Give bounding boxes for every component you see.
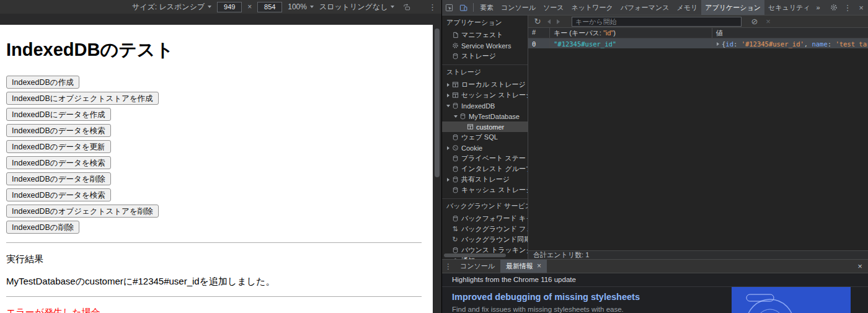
page-scrollbar[interactable] [433, 25, 440, 313]
drawer-tab-label: 最新情報 [506, 260, 533, 273]
expand-value-icon[interactable] [717, 42, 719, 46]
button-create-object-store[interactable]: IndexedDBにオブジェクトストアを作成 [6, 92, 159, 105]
key-header-keypath: "id" [603, 29, 613, 37]
tab-console[interactable]: コンソール [497, 0, 539, 15]
more-tabs-button[interactable]: » [814, 0, 823, 15]
sidebar-item-manifest[interactable]: マニフェスト [442, 30, 528, 40]
indexeddb-data-row[interactable]: 0 "#12345#user_id" {id: '#12345#user_id'… [528, 38, 868, 48]
drawer-tab-console[interactable]: コンソール [454, 260, 500, 273]
sidebar-item-local-storage[interactable]: ローカル ストレージ [442, 79, 528, 90]
sidebar-item-web-sql[interactable]: ウェブ SQL [442, 132, 528, 143]
tab-elements[interactable]: 要素 [476, 0, 497, 15]
expander-icon[interactable] [445, 178, 451, 182]
sidebar-item-indexeddb[interactable]: IndexedDB [442, 100, 528, 111]
sidebar-item-interest-groups[interactable]: インタレスト グループ [442, 164, 528, 174]
service-worker-icon [451, 42, 459, 49]
expander-icon[interactable] [453, 115, 458, 118]
database-icon [451, 215, 459, 222]
rotate-device-icon[interactable] [402, 3, 410, 11]
tab-network[interactable]: ネットワーク [568, 0, 617, 15]
tab-sources[interactable]: ソース [539, 0, 568, 15]
button-search-data-2[interactable]: IndexedDBのデータを検索 [6, 156, 111, 169]
sidebar-item-label: インタレスト グループ [461, 164, 528, 174]
zoom-label: 100% [288, 2, 307, 11]
section-header-storage[interactable]: ストレージ [442, 65, 528, 79]
sidebar-item-session-storage[interactable]: セッション ストレージ [442, 90, 528, 100]
button-delete-data[interactable]: IndexedDBのデータを削除 [6, 172, 111, 185]
result-heading: 実行結果 [6, 253, 427, 265]
button-create-data[interactable]: IndexedDBにデータを作成 [6, 108, 111, 121]
previous-page-icon[interactable] [547, 19, 551, 24]
sidebar-item-cookie[interactable]: Cookie [442, 143, 528, 153]
expander-icon[interactable] [445, 94, 451, 97]
sidebar-item-shared-storage[interactable]: 共有ストレージ [442, 174, 528, 185]
viewport-width-input[interactable] [217, 2, 242, 12]
sidebar-item-storage[interactable]: ストレージ [442, 51, 528, 61]
key-filter-input[interactable] [572, 17, 742, 27]
button-create-db[interactable]: IndexedDBの作成 [6, 76, 79, 89]
drawer-menu-icon[interactable]: ⋮ [442, 262, 454, 271]
section-header-application[interactable]: アプリケーション [442, 15, 528, 30]
device-toolbar-menu-icon[interactable]: ⋮ [428, 2, 436, 12]
sidebar-horizontal-scrollbar[interactable] [444, 253, 506, 257]
sidebar-item-back-forward-cache[interactable]: バックフォワード キャッ [442, 213, 528, 224]
button-search-data-3[interactable]: IndexedDBのデータを検索 [6, 188, 111, 201]
sidebar-item-customer[interactable]: customer [442, 121, 528, 132]
key-header-prefix: キー (キーパス: [554, 29, 603, 37]
sidebar-item-background-sync[interactable]: ↻ バックグラウンド同期 [442, 234, 528, 245]
tab-performance[interactable]: パフォーマンス [617, 0, 673, 15]
preview-punct: , [804, 40, 812, 48]
delete-selected-icon[interactable]: × [763, 16, 774, 27]
whatsnew-panel: Highlights from the Chrome 116 update Im… [442, 273, 868, 313]
drawer-close-icon[interactable]: × [852, 262, 868, 271]
sidebar-item-label: ローカル ストレージ [461, 80, 526, 89]
close-tab-icon[interactable]: × [537, 260, 541, 273]
expander-icon[interactable] [445, 105, 451, 107]
sidebar-item-label: MyTestDatabase [469, 113, 520, 120]
sidebar-item-background-fetch[interactable]: ⇅ バックグラウンド フェッ [442, 224, 528, 234]
throttling-dropdown[interactable]: スロットリングなし [319, 2, 395, 12]
drawer-tabbar: ⋮ コンソール 最新情報 × × [442, 260, 868, 273]
screenshot-root: サイズ: レスポンシブ × 100% スロットリングなし ⋮ IndexedDB… [0, 0, 868, 313]
section-header-background-services[interactable]: バックグラウンド サービス [442, 199, 528, 213]
inspect-icon[interactable] [442, 4, 456, 12]
column-header-key: キー (キーパス: "id") [550, 28, 712, 38]
next-page-icon[interactable] [557, 19, 560, 24]
tab-application[interactable]: アプリケーション [701, 0, 764, 15]
button-delete-object-store[interactable]: IndexedDBのオブジェクトストアを削除 [6, 205, 159, 218]
button-delete-db[interactable]: IndexedDBの削除 [6, 221, 79, 234]
sidebar-item-service-workers[interactable]: Service Workers [442, 40, 528, 51]
tab-security[interactable]: セキュリティ [764, 0, 814, 15]
data-view-toolbar: ↻ ⊘ × [528, 15, 868, 28]
divider [6, 242, 422, 243]
sidebar-item-label: キャッシュ ストレージ [461, 185, 528, 195]
viewport-height-input[interactable] [257, 2, 282, 12]
sidebar-item-label: マニフェスト [461, 30, 503, 40]
sidebar-item-label: ストレージ [461, 51, 496, 61]
sidebar-item-label: バックグラウンド フェッ [461, 224, 528, 234]
devtools-menu-icon[interactable]: ⋮ [841, 3, 854, 12]
error-heading: エラーが発生した場合 [6, 307, 427, 313]
settings-gear-icon[interactable] [827, 4, 841, 11]
expander-icon[interactable] [445, 146, 451, 150]
drawer-tab-whatsnew[interactable]: 最新情報 × [500, 260, 547, 273]
device-size-dropdown[interactable]: サイズ: レスポンシブ [132, 2, 211, 12]
zoom-dropdown[interactable]: 100% [288, 2, 314, 11]
tab-memory[interactable]: メモリ [673, 0, 701, 15]
button-search-data-1[interactable]: IndexedDBのデータを検索 [6, 124, 111, 137]
page-title: IndexedDBのテスト [6, 38, 427, 63]
expander-icon[interactable] [445, 83, 451, 87]
device-toolbar-toggle-icon[interactable] [456, 4, 471, 12]
devtools-close-icon[interactable]: × [854, 3, 868, 12]
whatsnew-thumbnail[interactable] [732, 287, 851, 313]
refresh-icon[interactable]: ↻ [532, 16, 543, 27]
scrollbar-thumb[interactable] [435, 29, 440, 177]
sidebar-item-cache-storage[interactable]: キャッシュ ストレージ [442, 185, 528, 195]
clear-object-store-icon[interactable]: ⊘ [749, 16, 760, 27]
button-update-data[interactable]: IndexedDBのデータを更新 [6, 140, 111, 153]
table-icon [466, 123, 474, 130]
sidebar-item-label: セッション ストレージ [461, 90, 528, 100]
sidebar-item-label: Service Workers [461, 42, 511, 50]
sidebar-item-mytestdatabase[interactable]: MyTestDatabase [442, 111, 528, 121]
sidebar-item-private-state-tokens[interactable]: プライベート ステート ト [442, 153, 528, 164]
